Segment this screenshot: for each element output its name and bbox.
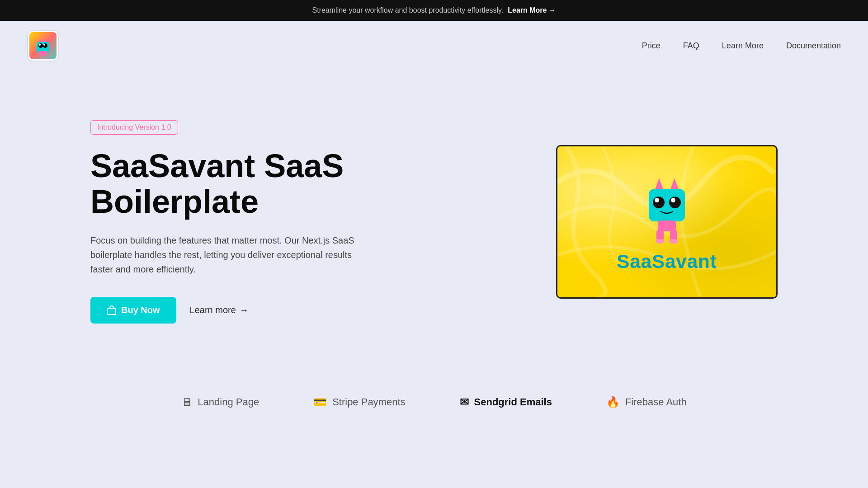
svg-marker-2	[44, 38, 47, 42]
feature-landing-page: 🖥 Landing Page	[181, 396, 259, 408]
svg-point-14	[653, 197, 665, 208]
feature-stripe-label: Stripe Payments	[332, 396, 405, 408]
top-banner: Streamline your workflow and boost produ…	[0, 0, 868, 21]
hero-illustration: SaaSavant	[556, 145, 778, 299]
feature-firebase-label: Firebase Auth	[625, 396, 687, 408]
feature-stripe: 💳 Stripe Payments	[313, 396, 405, 408]
nav-learn-more[interactable]: Learn More	[722, 41, 764, 50]
nav-links: Price FAQ Learn More Documentation	[642, 41, 841, 51]
hero-description: Focus on building the features that matt…	[90, 233, 371, 277]
banner-learn-more-link[interactable]: Learn More →	[508, 6, 556, 14]
buy-now-button[interactable]: Buy Now	[90, 297, 176, 324]
hero-image: SaaSavant	[556, 145, 778, 299]
svg-rect-10	[108, 308, 116, 314]
svg-point-15	[669, 197, 681, 208]
logo-image	[29, 32, 57, 59]
svg-rect-9	[39, 51, 47, 55]
stripe-icon: 💳	[313, 396, 327, 408]
sendgrid-icon: ✉	[460, 396, 469, 408]
svg-marker-11	[655, 178, 664, 191]
logo-icon	[33, 36, 53, 56]
svg-point-21	[656, 239, 665, 244]
hero-actions: Buy Now Learn more →	[90, 297, 371, 324]
feature-firebase: 🔥 Firebase Auth	[606, 396, 687, 408]
hero-title: SaaSavant SaaS Boilerplate	[90, 148, 371, 220]
mascot-svg	[637, 172, 696, 244]
features-bar: 🖥 Landing Page 💳 Stripe Payments ✉ Sendg…	[0, 378, 868, 427]
version-badge: Introducing Version 1.0	[90, 120, 178, 135]
hero-section: Introducing Version 1.0 SaaSavant SaaS B…	[0, 70, 868, 364]
buy-icon	[107, 305, 117, 315]
svg-point-16	[655, 198, 659, 202]
svg-point-6	[43, 44, 45, 46]
hero-brand-name: SaaSavant	[617, 251, 717, 272]
hero-content: Introducing Version 1.0 SaaSavant SaaS B…	[90, 120, 371, 324]
svg-marker-12	[670, 178, 679, 191]
svg-point-22	[669, 239, 678, 244]
nav-faq[interactable]: FAQ	[683, 41, 699, 50]
svg-point-3	[38, 43, 43, 48]
banner-text: Streamline your workflow and boost produ…	[312, 6, 504, 14]
svg-marker-1	[38, 38, 42, 42]
feature-sendgrid: ✉ Sendgrid Emails	[460, 396, 552, 408]
feature-sendgrid-label: Sendgrid Emails	[474, 396, 552, 408]
feature-landing-page-label: Landing Page	[198, 396, 259, 408]
svg-point-5	[39, 44, 41, 46]
nav-documentation[interactable]: Documentation	[786, 41, 841, 50]
nav-price[interactable]: Price	[642, 41, 660, 50]
learn-more-link[interactable]: Learn more →	[190, 305, 249, 315]
main-nav: Price FAQ Learn More Documentation	[0, 21, 868, 70]
svg-point-4	[43, 43, 47, 48]
logo[interactable]	[27, 30, 59, 61]
landing-page-icon: 🖥	[181, 396, 192, 408]
firebase-icon: 🔥	[606, 396, 620, 408]
svg-point-17	[671, 198, 675, 202]
